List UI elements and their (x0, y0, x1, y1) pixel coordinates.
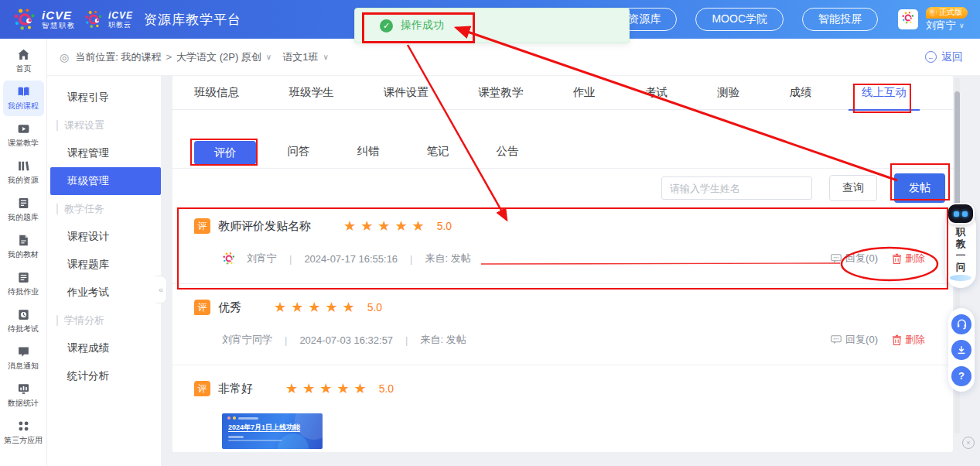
brand-primary-name: iCVE (42, 9, 76, 21)
menu-section-label: 教学任务 (64, 202, 104, 216)
sidebar-item-pending-exams[interactable]: 待批考试 (3, 303, 44, 339)
review-time: 2024-07-17 16:55:16 (304, 253, 398, 265)
delete-button[interactable]: 删除 (892, 252, 925, 266)
collapse-menu-button[interactable]: « (155, 276, 167, 303)
class-chevron-icon[interactable]: ∨ (323, 53, 328, 61)
close-widgets-button[interactable]: × (962, 437, 975, 449)
sidebar-item-messages[interactable]: 消息通知 (3, 341, 44, 376)
menu-item-class-management[interactable]: 班级管理 (50, 167, 161, 195)
reply-bubble-icon (831, 335, 842, 344)
tab-homework[interactable]: 作业 (573, 76, 596, 110)
menu-item-course-grades[interactable]: 课程成绩 (47, 334, 161, 362)
sidebar-item-third-party-apps[interactable]: 第三方应用 (3, 415, 44, 451)
menu-item-homework-exam[interactable]: 作业考试 (47, 279, 161, 307)
subtab-correction[interactable]: 纠错 (333, 144, 403, 168)
download-button[interactable] (951, 340, 971, 360)
sidebar-item-label: 首页 (15, 63, 31, 74)
back-button[interactable]: ← 返回 (925, 50, 963, 64)
review-source: 来自: 发帖 (421, 333, 466, 347)
review-title[interactable]: 非常好 (218, 382, 253, 396)
textbook-icon (17, 234, 30, 247)
menu-section-teaching-tasks: 教学任务 (47, 195, 161, 223)
tab-online-interaction[interactable]: 线上互动 (862, 76, 907, 110)
menu-item-course-design[interactable]: 课程设计 (47, 223, 161, 251)
tab-class-students[interactable]: 班级学生 (289, 76, 333, 110)
class-detail-panel: 班级信息班级学生课件设置课堂教学作业考试测验成绩线上互动 评价问答纠错笔记公告 … (172, 76, 953, 452)
medal-icon (929, 9, 937, 16)
assistant-label: 职教一问 (956, 227, 966, 273)
rating-score: 5.0 (379, 382, 394, 395)
banner-caption: 2024年7月1日上线功能 (222, 420, 323, 433)
breadcrumb-root[interactable]: 我的课程 (121, 50, 161, 64)
reply-button[interactable]: 回复(0) (831, 333, 878, 347)
interaction-tabs: 评价问答纠错笔记公告 (172, 141, 953, 169)
review-title[interactable]: 教师评价发贴名称 (218, 219, 311, 234)
query-button[interactable]: 查询 (829, 175, 877, 201)
sidebar-item-label: 消息通知 (8, 361, 39, 371)
post-button[interactable]: 发帖 (894, 173, 945, 203)
user-avatar[interactable] (898, 9, 918, 29)
subtab-review[interactable]: 评价 (194, 141, 256, 165)
sidebar-item-data-statistics[interactable]: 数据统计 (3, 378, 44, 413)
icve-zhihuizhijiao-logo-icon (12, 7, 37, 32)
reply-button[interactable]: 回复(0) (831, 252, 878, 266)
sidebar-item-pending-homework[interactable]: 待批作业 (3, 266, 44, 302)
help-button[interactable]: ? (951, 366, 971, 386)
trash-icon (892, 334, 902, 345)
breadcrumb-course[interactable]: 大学语文 (2P) 原创 (176, 50, 261, 64)
location-icon: ◎ (60, 51, 69, 63)
floating-toolbar: ? (948, 308, 975, 392)
menu-item-course-guide[interactable]: 课程引导 (47, 84, 161, 111)
author-avatar (222, 252, 236, 266)
classroom-icon (17, 122, 30, 135)
stats-icon (17, 382, 30, 396)
subtab-announcement[interactable]: 公告 (473, 144, 542, 168)
sidebar-item-my-resources[interactable]: 我的资源 (3, 155, 44, 190)
menu-item-course-question-bank[interactable]: 课程题库 (47, 251, 161, 279)
sidebar-item-classroom-teaching[interactable]: 课堂教学 (3, 118, 44, 153)
reply-bubble-icon (831, 254, 842, 263)
user-menu[interactable]: 正式版 刘宵宁∨ (926, 7, 968, 31)
brand-secondary-sub: 职教云 (108, 22, 133, 29)
sidebar-item-my-textbooks[interactable]: 我的教材 (3, 229, 44, 265)
menu-item-statistical-analysis[interactable]: 统计分析 (47, 362, 161, 390)
sidebar-item-home[interactable]: 首页 (3, 43, 44, 79)
resource-icon (17, 159, 30, 173)
icve-zhijiaoyun-logo-icon (84, 9, 104, 29)
review-badge-icon: 评 (194, 300, 210, 315)
menu-item-course-management[interactable]: 课程管理 (47, 139, 161, 167)
menu-section-course-settings: 课程设置 (47, 111, 161, 139)
delete-button[interactable]: 删除 (892, 333, 925, 347)
tab-quiz[interactable]: 测验 (717, 76, 739, 110)
course-chevron-icon[interactable]: ∨ (266, 53, 271, 61)
chevron-down-icon: ∨ (959, 22, 965, 29)
assistant-widget[interactable]: 职教一问 (945, 211, 976, 288)
review-time: 2024-07-03 16:32:57 (299, 334, 393, 346)
sidebar-item-my-courses[interactable]: 我的课程 (3, 81, 44, 116)
tab-exam[interactable]: 考试 (645, 76, 668, 110)
review-title[interactable]: 优秀 (218, 300, 241, 315)
review-item-1: 评教师评价发贴名称★★★★★5.0刘宵宁|2024-07-17 16:55:16… (172, 203, 953, 284)
message-icon (17, 345, 30, 358)
tab-classroom-teaching[interactable]: 课堂教学 (478, 76, 523, 110)
review-attachment-image[interactable]: 2024年7月1日上线功能 (222, 413, 323, 449)
apps-icon (17, 420, 30, 433)
sidebar-item-label: 待批作业 (8, 286, 39, 296)
subtab-notes[interactable]: 笔记 (403, 144, 473, 168)
review-item-2: 评优秀★★★★★5.0刘宵宁同学|2024-07-03 16:32:57|来自:… (172, 284, 953, 365)
nav-mooc-academy-button[interactable]: MOOC学院 (695, 8, 784, 31)
trash-icon (892, 253, 902, 264)
student-name-input[interactable] (661, 176, 812, 200)
tab-courseware-settings[interactable]: 课件设置 (384, 76, 429, 110)
sidebar-item-my-question-bank[interactable]: 我的题库 (3, 192, 44, 228)
sidebar-item-label: 待批考试 (8, 324, 39, 334)
breadcrumb-class[interactable]: 语文1班 (282, 50, 318, 64)
nav-smart-casting-button[interactable]: 智能投屏 (802, 8, 878, 31)
tab-grades[interactable]: 成绩 (790, 76, 812, 110)
tab-class-info[interactable]: 班级信息 (194, 76, 239, 110)
subtab-qa[interactable]: 问答 (264, 144, 333, 168)
exam-icon (17, 308, 30, 321)
support-headset-button[interactable] (951, 314, 971, 334)
brand-secondary: iCVE 职教云 (84, 9, 133, 29)
homework-icon (17, 271, 30, 284)
